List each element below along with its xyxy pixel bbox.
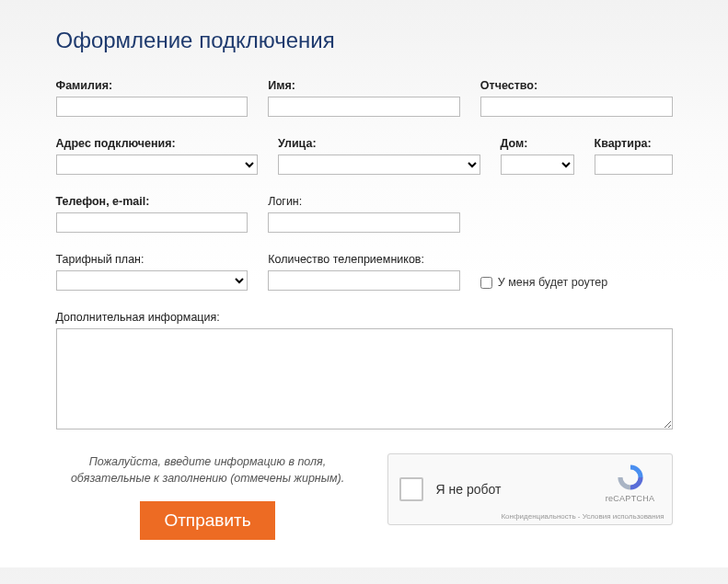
phone-input[interactable] (56, 212, 248, 233)
login-input[interactable] (268, 212, 460, 233)
recaptcha-terms: Конфиденциальность - Условия использован… (501, 512, 664, 521)
apartment-label: Квартира: (595, 137, 673, 150)
house-select[interactable] (501, 155, 574, 175)
house-label: Дом: (501, 137, 574, 150)
patronymic-label: Отчество: (480, 79, 673, 92)
address-label: Адрес подключения: (56, 137, 259, 150)
recaptcha-checkbox[interactable] (399, 477, 423, 501)
page-title: Оформление подключения (56, 28, 673, 53)
extra-textarea[interactable] (56, 328, 673, 429)
recaptcha-privacy-link[interactable]: Конфиденциальность (501, 512, 575, 521)
recaptcha-terms-link[interactable]: Условия использования (583, 512, 664, 521)
address-select[interactable] (56, 155, 259, 175)
tvcount-input[interactable] (268, 270, 460, 291)
router-checkbox[interactable] (480, 277, 492, 289)
tariff-select[interactable] (56, 270, 248, 291)
submit-button[interactable]: Отправить (140, 501, 274, 540)
surname-input[interactable] (56, 97, 248, 117)
tariff-label: Тарифный план: (56, 253, 248, 266)
phone-label: Телефон, e-mail: (56, 195, 248, 208)
router-label: У меня будет роутер (498, 276, 607, 289)
name-label: Имя: (268, 79, 460, 92)
form-hint: Пожалуйста, введите информацию в поля, о… (56, 453, 360, 487)
recaptcha-brand: reCAPTCHA (598, 494, 663, 503)
extra-label: Дополнительная информация: (56, 311, 673, 324)
surname-label: Фамилия: (56, 79, 248, 92)
name-input[interactable] (268, 97, 460, 117)
street-select[interactable] (278, 155, 480, 175)
patronymic-input[interactable] (480, 97, 673, 117)
login-label: Логин: (268, 195, 460, 208)
street-label: Улица: (278, 137, 480, 150)
recaptcha-label: Я не робот (436, 482, 502, 497)
recaptcha-logo-icon (615, 462, 646, 493)
tvcount-label: Количество телеприемников: (268, 253, 460, 266)
recaptcha-widget: Я не робот reCAPTCHA Конфиденциальность … (387, 453, 673, 525)
apartment-input[interactable] (595, 155, 673, 175)
